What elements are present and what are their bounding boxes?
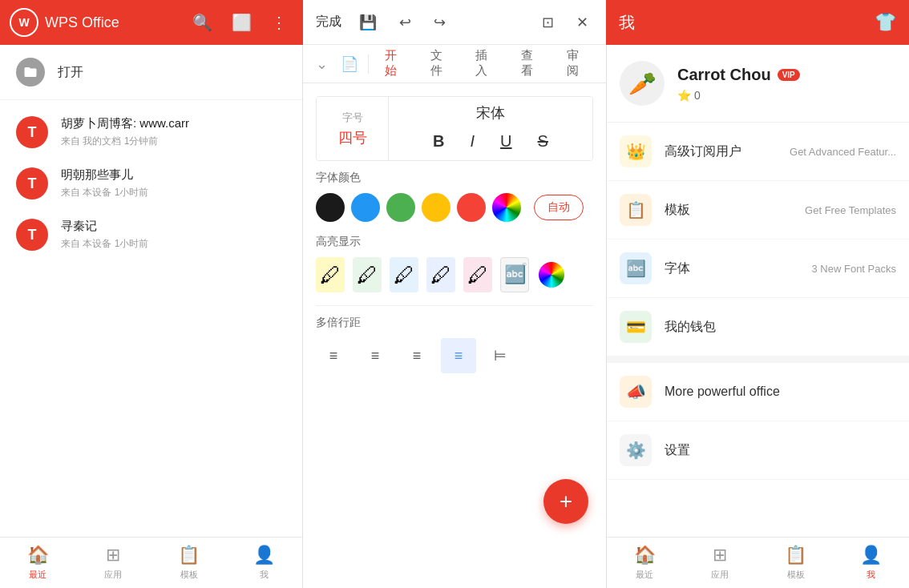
done-button[interactable]: 完成 [316, 14, 341, 30]
right-panel-header: 我 👕 [606, 0, 909, 45]
templates-icon-right: 📋 [785, 545, 806, 566]
avatar: T [16, 116, 48, 148]
nav-item-apps-right[interactable]: ⊞ 应用 [682, 538, 758, 588]
fonts-menu-icon: 🔤 [620, 252, 652, 284]
align-right-button[interactable]: ≡ [399, 338, 434, 373]
recent-name: 明朝那些事儿 [61, 167, 286, 183]
menu-item-wallet[interactable]: 💳 我的钱包 [607, 298, 909, 356]
right-header-title: 我 [619, 12, 635, 34]
nav-item-templates-left[interactable]: 📋 模板 [152, 538, 227, 588]
recent-info: 胡萝卜周博客: www.carr 来自 我的文档 1分钟前 [61, 116, 286, 148]
menu-item-templates[interactable]: 📋 模板 Get Free Templates [607, 181, 909, 240]
open-row[interactable]: 打开 [0, 45, 302, 100]
list-item[interactable]: T 胡萝卜周博客: www.carr 来自 我的文档 1分钟前 [0, 107, 302, 158]
bold-button[interactable]: B [426, 129, 450, 154]
more-icon[interactable]: ⋮ [265, 6, 293, 38]
align-justify-button[interactable]: ≡ [441, 338, 476, 373]
profile-name: Carrot Chou [677, 66, 771, 84]
highlight-rainbow[interactable] [537, 257, 566, 292]
menu-sub-subscription: Get Advanced Featur... [790, 146, 896, 158]
crown-icon: 👑 [620, 135, 652, 167]
nav-item-profile-left[interactable]: 👤 我 [227, 538, 302, 588]
menu-sub-fonts: 3 New Font Packs [812, 263, 897, 275]
nav-item-recent-left[interactable]: 🏠 最近 [0, 538, 75, 588]
menu-text-subscription: 高级订阅用户 [665, 143, 777, 160]
menu-divider [607, 356, 909, 363]
editor-tabs: ⌄ 📄 开始 文件 插入 查看 审阅 [303, 45, 606, 83]
home-icon-right: 🏠 [634, 545, 656, 566]
color-rainbow[interactable] [492, 193, 521, 222]
color-black[interactable] [316, 193, 345, 222]
open-label: 打开 [58, 64, 83, 81]
highlight-special[interactable]: 🔤 ○ [500, 257, 529, 292]
list-item[interactable]: T 寻秦记 来自 本设备 1小时前 [0, 209, 302, 260]
nav-label-profile-right: 我 [867, 569, 875, 581]
color-yellow[interactable] [422, 193, 450, 222]
nav-item-templates-right[interactable]: 📋 模板 [758, 538, 834, 588]
apps-icon-right: ⊞ [713, 545, 727, 566]
align-left-button[interactable]: ≡ [316, 338, 351, 373]
color-green[interactable] [386, 193, 415, 222]
nav-item-recent-right[interactable]: 🏠 最近 [607, 538, 682, 588]
apps-icon: ⊞ [106, 545, 120, 566]
fab-add-button[interactable]: + [543, 479, 588, 524]
menu-item-promo[interactable]: 📣 More powerful office [607, 363, 909, 421]
save-icon[interactable]: 💾 [354, 10, 382, 34]
promo-icon: 📣 [620, 376, 652, 408]
nav-label-templates: 模板 [180, 569, 198, 581]
copy-icon[interactable]: ⬜ [225, 6, 258, 38]
menu-item-settings[interactable]: ⚙️ 设置 [607, 421, 909, 480]
list-item[interactable]: T 明朝那些事儿 来自 本设备 1小时前 [0, 158, 302, 209]
font-color-label: 字体颜色 [316, 171, 593, 185]
multiline-label: 多倍行距 [316, 316, 593, 330]
highlight-green[interactable]: 🖊 [353, 257, 382, 292]
nav-item-apps-left[interactable]: ⊞ 应用 [75, 538, 151, 588]
fullscreen-icon[interactable]: ⊡ [537, 10, 559, 34]
menu-item-fonts[interactable]: 🔤 字体 3 New Font Packs [607, 240, 909, 298]
font-size-control[interactable]: 字号 四号 [317, 97, 389, 160]
font-size-label: 字号 [342, 111, 363, 125]
recent-list: T 胡萝卜周博客: www.carr 来自 我的文档 1分钟前 T 明朝那些事儿… [0, 100, 302, 537]
align-other-button[interactable]: ⊨ [483, 338, 518, 373]
templates-icon: 📋 [178, 545, 200, 566]
color-red[interactable] [457, 193, 486, 222]
align-center-button[interactable]: ≡ [358, 338, 393, 373]
tab-chevron-icon[interactable]: ⌄ [309, 52, 334, 76]
shirt-icon[interactable]: 👕 [875, 12, 896, 33]
highlight-pink[interactable]: 🖊 [463, 257, 492, 292]
nav-item-profile-right[interactable]: 👤 我 [834, 538, 909, 588]
menu-list: 👑 高级订阅用户 Get Advanced Featur... 📋 模板 Get… [607, 123, 909, 537]
left-panel: 打开 T 胡萝卜周博客: www.carr 来自 我的文档 1分钟前 T 明朝那… [0, 45, 303, 588]
nav-label-templates-right: 模板 [787, 569, 805, 581]
highlight-blue-light[interactable]: 🖊 [390, 257, 418, 292]
editor-toolbar: 完成 💾 ↩ ↪ ⊡ ✕ [303, 0, 606, 45]
nav-label-apps-right: 应用 [711, 569, 729, 581]
home-icon: 🏠 [27, 545, 49, 566]
profile-icon: 👤 [253, 545, 275, 566]
profile-points: ⭐ 0 [677, 89, 896, 102]
menu-text-fonts: 字体 [665, 260, 799, 277]
underline-button[interactable]: U [494, 129, 518, 154]
strikethrough-button[interactable]: S [531, 129, 555, 154]
vip-badge: VIP [778, 69, 800, 81]
recent-name: 胡萝卜周博客: www.carr [61, 116, 286, 131]
menu-item-subscription[interactable]: 👑 高级订阅用户 Get Advanced Featur... [607, 123, 909, 181]
recent-meta: 来自 本设备 1小时前 [61, 237, 286, 251]
undo-icon[interactable]: ↩ [394, 10, 416, 34]
highlight-yellow[interactable]: 🖊 [316, 257, 345, 292]
font-color-section: 字体颜色 自动 [316, 171, 593, 222]
close-icon[interactable]: ✕ [572, 10, 593, 34]
color-blue[interactable] [351, 193, 380, 222]
font-family-section: 宋体 B I U S [389, 97, 592, 160]
redo-icon[interactable]: ↪ [429, 10, 450, 34]
bottom-nav-right: 🏠 最近 ⊞ 应用 📋 模板 👤 我 [607, 537, 909, 588]
multiline-section: 多倍行距 ≡ ≡ ≡ ≡ ⊨ [316, 305, 593, 373]
nav-label-recent-right: 最近 [636, 569, 653, 581]
avatar: T [16, 219, 48, 251]
italic-button[interactable]: I [464, 129, 482, 154]
color-auto-button[interactable]: 自动 [534, 195, 584, 220]
color-row: 自动 [316, 193, 593, 222]
open-icon [16, 58, 45, 87]
highlight-blue[interactable]: 🖊 [426, 257, 455, 292]
search-icon[interactable]: 🔍 [186, 6, 219, 38]
